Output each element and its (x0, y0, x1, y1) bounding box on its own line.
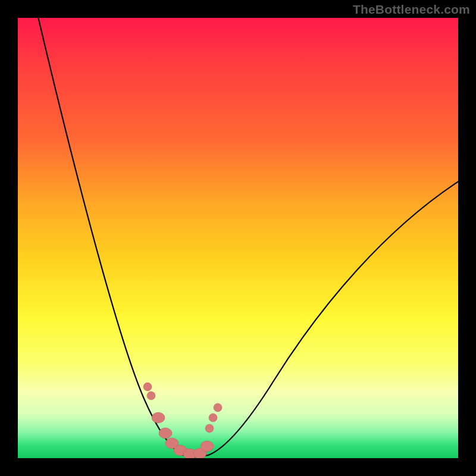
curve-overlay (18, 18, 458, 458)
bottleneck-curve-left (37, 18, 196, 457)
bottleneck-curve-right (196, 178, 458, 457)
data-point-emphasis (152, 412, 165, 423)
data-point (143, 383, 152, 391)
watermark-text: TheBottleneck.com (353, 2, 470, 17)
data-point (147, 392, 155, 400)
data-point (209, 414, 217, 422)
data-point (205, 424, 214, 433)
data-point-emphasis (159, 428, 172, 439)
data-point-emphasis (201, 441, 214, 452)
data-markers (143, 383, 222, 458)
chart-frame: TheBottleneck.com (0, 0, 476, 476)
data-point (214, 403, 222, 412)
